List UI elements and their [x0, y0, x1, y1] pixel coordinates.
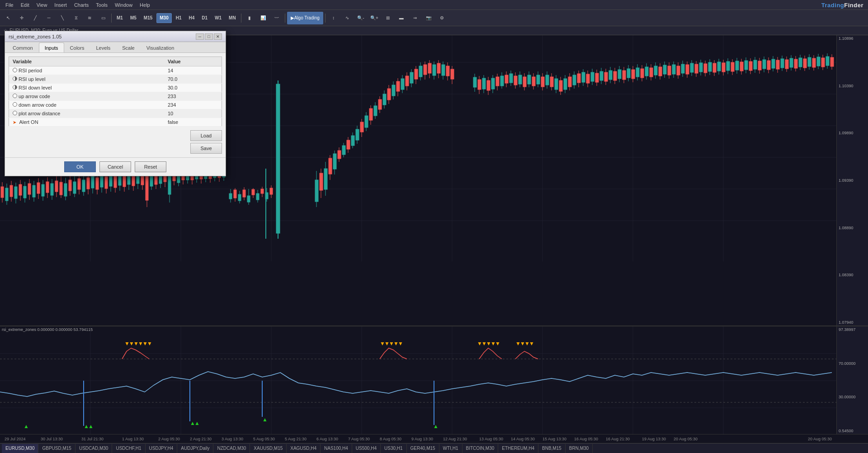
menu-help[interactable]: Help: [136, 0, 154, 9]
val-rsi-up[interactable]: 70.0: [164, 75, 222, 84]
settings-btn[interactable]: ⚙: [436, 12, 448, 24]
shapes-tool[interactable]: ▭: [97, 12, 109, 24]
symbol-tabs: EURUSD,M30 GBPUSD,M15 USDCAD,M30 USDCHF,…: [0, 443, 868, 453]
crosshair-tool[interactable]: ✛: [15, 12, 28, 24]
table-row[interactable]: down arrow code 234: [9, 101, 222, 109]
svg-rect-136: [559, 80, 562, 91]
ok-button[interactable]: OK: [64, 161, 96, 172]
symbol-tab-eurusd-m30[interactable]: EURUSD,M30: [2, 444, 38, 453]
line-chart-btn[interactable]: 〰: [270, 12, 283, 24]
tab-visualization[interactable]: Visualization: [141, 42, 180, 52]
oscillators-btn[interactable]: ∿: [341, 12, 354, 24]
menu-tools[interactable]: Tools: [92, 0, 111, 9]
table-row[interactable]: plot arrow distance 10: [9, 109, 222, 118]
load-button[interactable]: Load: [190, 130, 222, 141]
tf-m1[interactable]: M1: [113, 13, 126, 23]
tf-m30[interactable]: M30: [156, 13, 171, 23]
autoscroll-btn[interactable]: ⇒: [409, 12, 421, 24]
grid-btn[interactable]: ⊞: [382, 12, 394, 24]
symbol-tab-nzdcad-m30[interactable]: NZDCAD,M30: [213, 444, 250, 453]
svg-rect-112: [505, 75, 508, 83]
val-rsi-period[interactable]: 14: [164, 66, 222, 75]
rsi-val-3: 30.00000: [839, 395, 866, 399]
symbol-tab-ethereum-h4[interactable]: ETHEREUM,H4: [498, 444, 538, 453]
tab-inputs[interactable]: Inputs: [39, 42, 64, 52]
svg-rect-254: [826, 57, 829, 66]
menu-edit[interactable]: Edit: [17, 0, 33, 9]
symbol-tab-usdchf-h1[interactable]: USDCHF,H1: [112, 444, 145, 453]
symbol-tab-nas100-h4[interactable]: NAS100,H4: [321, 444, 352, 453]
symbol-tab-bitcoin-m30[interactable]: BITCOIN,M30: [462, 444, 499, 453]
indicator-settings-dialog[interactable]: rsi_extreme_zones 1.05 ─ □ ✕ Common Inpu…: [5, 31, 226, 176]
menu-window[interactable]: Window: [111, 0, 136, 9]
channel-tool[interactable]: ⧖: [70, 12, 82, 24]
symbol-tab-usdcad-m30[interactable]: USDCAD,M30: [75, 444, 112, 453]
zoom-in-btn[interactable]: 🔍+: [368, 12, 381, 24]
table-row[interactable]: RSI period 14: [9, 66, 222, 75]
symbol-tab-xagusd-h4[interactable]: XAGUSD,H4: [287, 444, 321, 453]
tab-scale[interactable]: Scale: [116, 42, 141, 52]
symbol-tab-us30-h1[interactable]: US30,H1: [381, 444, 407, 453]
table-row[interactable]: up arrow code 233: [9, 92, 222, 101]
screenshot-btn[interactable]: 📷: [422, 12, 435, 24]
symbol-tab-ger40-m15[interactable]: GER40,M15: [407, 444, 439, 453]
tf-d1[interactable]: D1: [198, 13, 211, 23]
symbol-tab-gbpusd-m15[interactable]: GBPUSD,M15: [38, 444, 75, 453]
symbol-tab-brn-m30[interactable]: BRN,M30: [566, 444, 593, 453]
svg-rect-33: [270, 188, 273, 194]
val-arrow-dist[interactable]: 10: [164, 109, 222, 118]
symbol-tab-xauusd-m15[interactable]: XAUUSD,M15: [250, 444, 287, 453]
separator-4: [325, 14, 326, 23]
tab-common[interactable]: Common: [7, 42, 39, 52]
table-row[interactable]: RSI down level 30.0: [9, 84, 222, 92]
cursor-tool[interactable]: ↖: [2, 12, 14, 24]
dialog-maximize-btn[interactable]: □: [205, 33, 213, 40]
fibo-tool[interactable]: ≋: [83, 12, 96, 24]
price-1: 1.10896: [839, 36, 866, 41]
line-tool[interactable]: ╱: [29, 12, 42, 24]
menu-view[interactable]: View: [33, 0, 51, 9]
bar-chart-btn[interactable]: ▮: [243, 12, 256, 24]
brand-logo: TradingFinder: [821, 2, 863, 9]
dialog-close-btn[interactable]: ✕: [214, 33, 222, 40]
table-row[interactable]: RSI up level 70.0: [9, 75, 222, 84]
table-row[interactable]: ➤ Alert ON false: [9, 118, 222, 127]
tf-h4[interactable]: H4: [186, 13, 198, 23]
tf-w1[interactable]: W1: [212, 13, 225, 23]
symbol-tab-audjpy-daily[interactable]: AUDJPY,Daily: [177, 444, 213, 453]
hline-tool[interactable]: ─: [42, 12, 55, 24]
svg-rect-248: [812, 58, 816, 67]
symbol-tab-us500-h4[interactable]: US500,H4: [352, 444, 381, 453]
svg-rect-192: [686, 65, 689, 74]
save-button[interactable]: Save: [190, 143, 222, 154]
menu-file[interactable]: File: [2, 0, 17, 9]
algo-trading-btn[interactable]: ▶ Algo Trading: [287, 12, 323, 24]
tf-mn[interactable]: MN: [226, 13, 239, 23]
svg-rect-68: [387, 89, 391, 100]
tab-colors[interactable]: Colors: [64, 42, 90, 52]
symbol-tab-bnb-m15[interactable]: BNB,M15: [538, 444, 566, 453]
val-alert[interactable]: false: [164, 118, 222, 127]
symbol-tab-wti-h1[interactable]: WTI,H1: [439, 444, 462, 453]
menu-insert[interactable]: Insert: [51, 0, 71, 9]
cancel-button[interactable]: Cancel: [99, 161, 131, 172]
val-up-arrow[interactable]: 233: [164, 92, 222, 101]
candle-chart-btn[interactable]: 📊: [257, 12, 269, 24]
menu-charts[interactable]: Charts: [71, 0, 92, 9]
zoom-out-btn[interactable]: 🔍-: [354, 12, 367, 24]
dialog-minimize-btn[interactable]: ─: [196, 33, 204, 40]
tab-levels[interactable]: Levels: [90, 42, 116, 52]
symbol-tab-usdjpy-h4[interactable]: USDJPY,H4: [146, 444, 178, 453]
reset-button[interactable]: Reset: [135, 161, 166, 172]
svg-rect-216: [740, 62, 743, 71]
tf-m15[interactable]: M15: [141, 13, 156, 23]
svg-text:▼: ▼: [495, 340, 500, 347]
val-down-arrow[interactable]: 234: [164, 101, 222, 109]
svg-rect-208: [722, 63, 725, 72]
tf-h1[interactable]: H1: [173, 13, 185, 23]
volumes-btn[interactable]: ▬: [395, 12, 408, 24]
indicators-btn[interactable]: ↕: [327, 12, 340, 24]
val-rsi-down[interactable]: 30.0: [164, 84, 222, 92]
trendline-tool[interactable]: ╲: [56, 12, 69, 24]
tf-m5[interactable]: M5: [127, 13, 140, 23]
